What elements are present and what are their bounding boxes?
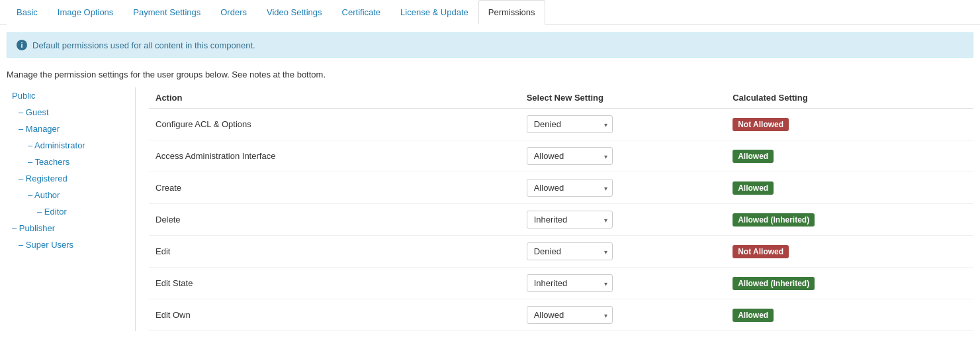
status-badge-edit-own: Allowed <box>733 309 774 322</box>
badge-cell-edit: Not Allowed <box>726 236 973 268</box>
permissions-table: Action Select New Setting Calculated Set… <box>149 87 973 331</box>
badge-cell-configure-acl: Not Allowed <box>726 109 973 140</box>
tab-basic[interactable]: Basic <box>7 0 48 25</box>
tab-payment-settings[interactable]: Payment Settings <box>123 0 210 25</box>
perm-select-create[interactable]: InheritedAllowedDenied <box>527 179 613 197</box>
sidebar-item-administrator[interactable]: – Administrator <box>7 137 135 154</box>
badge-cell-access-admin: Allowed <box>726 140 973 172</box>
sidebar-item-guest[interactable]: – Guest <box>7 104 135 121</box>
perm-select-edit-own[interactable]: InheritedAllowedDenied <box>527 306 613 324</box>
perm-select-access-admin[interactable]: InheritedAllowedDenied <box>527 147 613 165</box>
sidebar-item-publisher[interactable]: – Publisher <box>7 220 135 236</box>
sidebar-item-author[interactable]: – Author <box>7 187 135 203</box>
sidebar-item-registered[interactable]: – Registered <box>7 170 135 187</box>
action-cell-edit-own: Edit Own <box>149 299 520 331</box>
select-cell-create: InheritedAllowedDenied▾ <box>520 172 727 204</box>
action-cell-access-admin: Access Administration Interface <box>149 140 520 172</box>
col-header-calculated: Calculated Setting <box>726 87 973 109</box>
sidebar-item-editor[interactable]: – Editor <box>7 203 135 220</box>
status-badge-edit-state: Allowed (Inherited) <box>733 277 815 290</box>
tab-certificate[interactable]: Certificate <box>332 0 391 25</box>
perm-select-delete[interactable]: InheritedAllowedDenied <box>527 211 613 228</box>
sidebar: Public– Guest– Manager– Administrator– T… <box>7 87 136 331</box>
badge-cell-create: Allowed <box>726 172 973 204</box>
select-cell-edit-own: InheritedAllowedDenied▾ <box>520 299 727 331</box>
content-area: Action Select New Setting Calculated Set… <box>136 87 973 331</box>
tab-license-update[interactable]: License & Update <box>390 0 478 25</box>
table-row-delete: DeleteInheritedAllowedDenied▾Allowed (In… <box>149 204 973 236</box>
action-cell-create: Create <box>149 172 520 204</box>
perm-select-edit[interactable]: InheritedAllowedDenied <box>527 242 613 260</box>
info-icon: i <box>17 40 27 50</box>
sidebar-item-manager[interactable]: – Manager <box>7 121 135 137</box>
select-cell-delete: InheritedAllowedDenied▾ <box>520 204 727 236</box>
sidebar-item-public[interactable]: Public <box>7 87 135 104</box>
select-cell-edit: InheritedAllowedDenied▾ <box>520 236 727 268</box>
select-cell-configure-acl: InheritedAllowedDenied▾ <box>520 109 727 140</box>
sidebar-item-super-users[interactable]: – Super Users <box>7 236 135 253</box>
col-header-action: Action <box>149 87 520 109</box>
table-row-edit: EditInheritedAllowedDenied▾Not Allowed <box>149 236 973 268</box>
select-cell-access-admin: InheritedAllowedDenied▾ <box>520 140 727 172</box>
tabs-bar: BasicImage OptionsPayment SettingsOrders… <box>0 0 980 25</box>
badge-cell-edit-own: Allowed <box>726 299 973 331</box>
info-banner: i Default permissions used for all conte… <box>7 32 973 58</box>
status-badge-edit: Not Allowed <box>733 245 789 258</box>
tab-orders[interactable]: Orders <box>210 0 257 25</box>
select-cell-edit-state: InheritedAllowedDenied▾ <box>520 268 727 299</box>
perm-select-configure-acl[interactable]: InheritedAllowedDenied <box>527 115 613 133</box>
badge-cell-delete: Allowed (Inherited) <box>726 204 973 236</box>
tab-video-settings[interactable]: Video Settings <box>257 0 332 25</box>
tab-permissions[interactable]: Permissions <box>478 0 545 25</box>
manage-text: Manage the permission settings for the u… <box>0 66 980 87</box>
action-cell-edit-state: Edit State <box>149 268 520 299</box>
action-cell-edit: Edit <box>149 236 520 268</box>
table-row-edit-state: Edit StateInheritedAllowedDenied▾Allowed… <box>149 268 973 299</box>
col-header-setting: Select New Setting <box>520 87 727 109</box>
banner-text: Default permissions used for all content… <box>32 40 255 50</box>
action-cell-configure-acl: Configure ACL & Options <box>149 109 520 140</box>
main-layout: Public– Guest– Manager– Administrator– T… <box>0 87 980 331</box>
sidebar-item-teachers[interactable]: – Teachers <box>7 154 135 170</box>
table-row-access-admin: Access Administration InterfaceInherited… <box>149 140 973 172</box>
status-badge-access-admin: Allowed <box>733 150 774 163</box>
badge-cell-edit-state: Allowed (Inherited) <box>726 268 973 299</box>
status-badge-delete: Allowed (Inherited) <box>733 213 815 227</box>
action-cell-delete: Delete <box>149 204 520 236</box>
perm-select-edit-state[interactable]: InheritedAllowedDenied <box>527 274 613 292</box>
table-row-create: CreateInheritedAllowedDenied▾Allowed <box>149 172 973 204</box>
tab-image-options[interactable]: Image Options <box>48 0 124 25</box>
status-badge-configure-acl: Not Allowed <box>733 118 789 131</box>
table-row-configure-acl: Configure ACL & OptionsInheritedAllowedD… <box>149 109 973 140</box>
table-row-edit-own: Edit OwnInheritedAllowedDenied▾Allowed <box>149 299 973 331</box>
status-badge-create: Allowed <box>733 181 774 195</box>
